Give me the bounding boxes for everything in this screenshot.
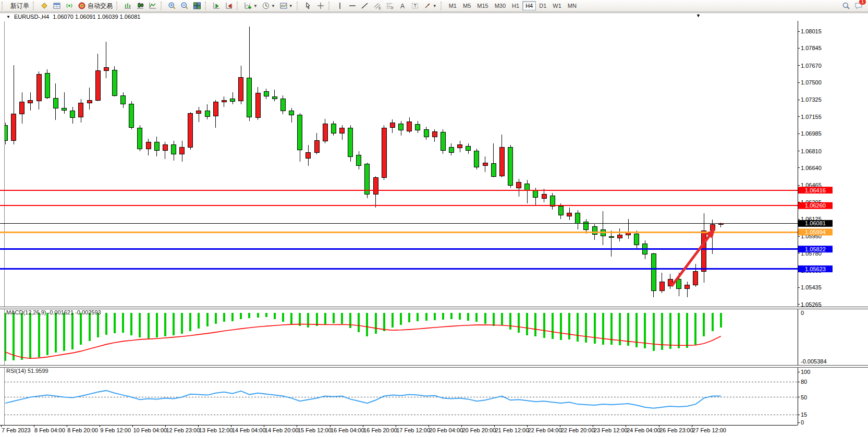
svg-text:16 Feb 20:00: 16 Feb 20:00	[363, 427, 397, 433]
chart-corner-marker-icon[interactable]: ▼	[696, 13, 701, 18]
periods-button[interactable]: ▼	[260, 0, 277, 11]
tiles-glyph	[193, 2, 201, 10]
svg-text:50: 50	[801, 394, 807, 400]
shapes-button[interactable]: ▼	[422, 0, 438, 11]
cursor-button[interactable]	[302, 0, 314, 11]
search-button[interactable]	[840, 0, 852, 11]
cursor-glyph	[304, 2, 312, 10]
svg-text:1.07325: 1.07325	[801, 96, 822, 103]
timeframe-h4-button[interactable]: H4	[522, 1, 536, 10]
timeframe-m15-button[interactable]: M15	[474, 1, 491, 10]
chartshift-glyph	[225, 2, 233, 10]
toolbar-grip	[33, 2, 36, 10]
fibonacci-button[interactable]: F	[384, 0, 396, 11]
labelT-glyph: T	[411, 2, 419, 10]
chart-title-row: ▼ EURUSD-,H4 1.06070 1.06091 1.06039 1.0…	[6, 14, 140, 20]
zoom-in-button[interactable]	[166, 0, 178, 11]
timeframe-m1-button[interactable]: M1	[446, 1, 460, 10]
price-badge: 1.06260	[798, 202, 833, 209]
gold-glyph	[40, 2, 48, 10]
timeframe-h1-button[interactable]: H1	[509, 1, 522, 10]
svg-text:T: T	[414, 3, 417, 8]
dropdown-caret-icon: ▼	[253, 4, 258, 8]
hline-objects[interactable]	[0, 190, 798, 269]
chart-shift-button[interactable]	[223, 0, 235, 11]
vline-glyph	[336, 2, 344, 10]
market-watch-icon[interactable]	[51, 0, 63, 11]
svg-text:0: 0	[801, 419, 804, 426]
toolbar-grip	[441, 2, 444, 10]
linechart-glyph	[149, 2, 157, 10]
candles-layer	[3, 27, 724, 297]
chat-button[interactable]: 1	[853, 0, 864, 11]
price-badge: 1.05994	[798, 229, 833, 236]
price-badge: 1.06081	[798, 220, 833, 227]
text-button[interactable]: A	[397, 0, 408, 11]
svg-text:1.05265: 1.05265	[801, 301, 822, 308]
horizontal-line-button[interactable]	[347, 0, 358, 11]
svg-text:1.08015: 1.08015	[801, 28, 822, 34]
svg-text:17 Feb 12:00: 17 Feb 12:00	[396, 427, 430, 433]
main-toolbar: 新订单自动交易▼▼▼EFAT▼M1M5M15M30H1H4D1W1MN1	[0, 0, 868, 12]
svg-text:26 Feb 23:00: 26 Feb 23:00	[659, 427, 693, 433]
svg-text:F: F	[392, 6, 394, 10]
bar-chart-button[interactable]	[122, 0, 133, 11]
indicators-button[interactable]: ▼	[242, 0, 259, 11]
timeframe-mn-button[interactable]: MN	[565, 1, 580, 10]
svg-text:80: 80	[801, 379, 807, 385]
signals-icon[interactable]	[64, 0, 75, 11]
svg-text:23 Feb 12:00: 23 Feb 12:00	[594, 427, 628, 433]
timeframe-w1-button[interactable]: W1	[549, 1, 565, 10]
new-order-button[interactable]: 新订单	[7, 0, 31, 11]
svg-text:22 Feb 20:00: 22 Feb 20:00	[561, 427, 595, 433]
svg-text:8 Feb 20:00: 8 Feb 20:00	[67, 427, 98, 433]
price-badge: 1.05623	[798, 265, 833, 272]
time-axis[interactable]: 7 Feb 20238 Feb 04:008 Feb 20:009 Feb 12…	[1, 425, 726, 433]
svg-text:1.07845: 1.07845	[801, 45, 822, 51]
dropdown-caret-icon: ▼	[433, 4, 437, 8]
auto-trading-button[interactable]: 自动交易	[76, 0, 114, 11]
timeframe-m30-button[interactable]: M30	[492, 1, 509, 10]
trendline-glyph	[361, 2, 369, 10]
vertical-line-button[interactable]	[334, 0, 346, 11]
price-badge: 1.05822	[798, 246, 833, 252]
hline-glyph	[348, 2, 357, 10]
channel-button[interactable]: E	[372, 0, 383, 11]
auto-trading-button-label: 自动交易	[88, 2, 113, 10]
tile-windows-button[interactable]	[191, 0, 203, 11]
auto-scroll-button[interactable]	[211, 0, 222, 11]
macd-signal-line	[5, 324, 721, 359]
candlestick-chart-button[interactable]	[135, 0, 146, 11]
autotrade-glyph	[78, 2, 86, 10]
svg-text:E: E	[378, 6, 381, 10]
timeframe-m5-button[interactable]: M5	[460, 1, 474, 10]
shapes-glyph	[423, 2, 432, 10]
ohlc-values: 1.06070 1.06091 1.06039 1.06081	[53, 14, 140, 20]
svg-text:1.05822: 1.05822	[805, 246, 826, 252]
svg-text:1.06260: 1.06260	[805, 202, 826, 209]
svg-text:8 Feb 04:00: 8 Feb 04:00	[34, 427, 65, 433]
zoomout-glyph	[180, 2, 189, 10]
symbol-period-label: EURUSD-,H4	[14, 14, 49, 20]
autoscroll-glyph	[212, 2, 221, 10]
toolbar-grip	[161, 2, 164, 10]
line-chart-button[interactable]	[147, 0, 158, 11]
timeframe-d1-button[interactable]: D1	[536, 1, 549, 10]
zoom-out-button[interactable]	[179, 0, 190, 11]
price-chart-canvas[interactable]: MACD(12,26,9) -0.001621 -0.002593RSI(14)…	[0, 0, 868, 437]
svg-text:16 Feb 04:00: 16 Feb 04:00	[331, 427, 364, 433]
svg-text:100: 100	[801, 369, 810, 375]
svg-text:14 Feb 20:00: 14 Feb 20:00	[265, 427, 299, 433]
trendline-button[interactable]	[359, 0, 371, 11]
channel-glyph: E	[373, 2, 382, 10]
macd-label: MACD(12,26,9) -0.001621 -0.002593	[6, 309, 101, 315]
new-order-button-label: 新订单	[10, 2, 29, 10]
text-label-button[interactable]: T	[409, 0, 421, 11]
templates-button[interactable]: ▼	[278, 0, 295, 11]
rsi-panel: RSI(14) 51.9599	[4, 368, 798, 415]
svg-text:1.07155: 1.07155	[801, 114, 822, 120]
crosshair-button[interactable]	[315, 0, 326, 11]
chart-menu-icon[interactable]: ▼	[6, 15, 10, 19]
rsi-line	[5, 391, 721, 408]
history-center-icon[interactable]	[39, 0, 50, 11]
